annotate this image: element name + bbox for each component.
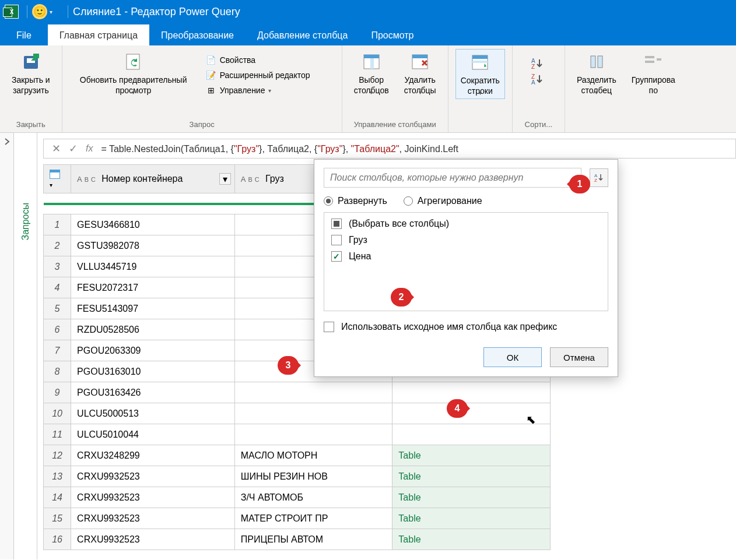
sort-desc-button[interactable]: ZA bbox=[530, 73, 546, 87]
ribbon-tabs: File Главная страница Преобразование Доб… bbox=[0, 23, 736, 45]
manage-button[interactable]: ⊞ Управление ▾ bbox=[204, 84, 313, 97]
remove-columns-icon bbox=[409, 51, 430, 72]
fx-icon[interactable]: fx bbox=[86, 143, 93, 154]
table-row: 12CRXU3248299МАСЛО МОТОРНTable bbox=[44, 445, 551, 466]
cargo-checkbox-row[interactable]: Груз bbox=[331, 235, 601, 245]
queries-label: Запросы bbox=[20, 203, 31, 241]
addcolumn-tab[interactable]: Добавление столбца bbox=[246, 24, 359, 45]
ribbon: Закрыть и загрузить Закрыть Обновить пре… bbox=[0, 45, 736, 133]
split-column-label: Разделить столбец bbox=[577, 75, 616, 96]
group-by-button[interactable]: Группирова по bbox=[627, 49, 680, 98]
svg-rect-19 bbox=[657, 58, 661, 61]
properties-icon: 📄 bbox=[206, 55, 216, 65]
price-checkbox-row[interactable]: Цена bbox=[331, 251, 601, 262]
qat-divider-2 bbox=[68, 5, 68, 18]
smiley-icon[interactable]: 🙂 bbox=[32, 4, 47, 19]
formula-text[interactable]: = Table.NestedJoin(Таблица1, {"Груз"}, Т… bbox=[101, 143, 727, 154]
advanced-editor-button[interactable]: 📝 Расширенный редактор bbox=[204, 69, 313, 82]
transform-tab[interactable]: Преобразование bbox=[149, 24, 246, 45]
cargo-checkbox[interactable] bbox=[331, 235, 342, 245]
table-row: 13CRXU9932523ШИНЫ РЕЗИН НОВTable bbox=[44, 466, 551, 487]
close-load-icon bbox=[20, 51, 41, 72]
window-title: Слияние1 - Редактор Power Query bbox=[73, 6, 240, 18]
cursor-icon: ⬉ bbox=[526, 413, 536, 427]
svg-rect-18 bbox=[645, 61, 654, 63]
svg-text:A: A bbox=[531, 79, 535, 86]
svg-rect-10 bbox=[472, 61, 488, 63]
formula-accept-icon[interactable]: ✓ bbox=[69, 142, 78, 155]
col-container-label: Номер контейнера bbox=[101, 174, 183, 184]
rownum-header[interactable]: ▾ bbox=[44, 165, 71, 193]
callout-2: 2 bbox=[391, 288, 412, 307]
table-row: 11ULCU5010044 bbox=[44, 424, 551, 445]
manage-icon: ⊞ bbox=[206, 85, 216, 96]
column-filter-dropdown[interactable]: ▾ bbox=[219, 173, 231, 185]
properties-button[interactable]: 📄 Свойства bbox=[204, 54, 313, 66]
table-type-icon bbox=[50, 170, 60, 179]
table-row: 15CRXU9932523МАТЕР СТРОИТ ПРTable bbox=[44, 508, 551, 529]
remove-columns-label: Удалить столбцы bbox=[404, 75, 436, 96]
callout-3: 3 bbox=[278, 356, 299, 375]
choose-columns-label: Выбор столбцов bbox=[354, 75, 389, 96]
svg-text:Z: Z bbox=[531, 64, 535, 70]
search-columns-input[interactable] bbox=[324, 168, 581, 188]
svg-rect-7 bbox=[412, 55, 427, 58]
manage-label: Управление bbox=[220, 86, 265, 95]
columns-list: (Выбрать все столбцы) Груз Цена bbox=[324, 212, 608, 311]
expand-radio[interactable]: Развернуть bbox=[324, 196, 387, 206]
svg-rect-4 bbox=[364, 55, 379, 58]
excel-icon: X bbox=[5, 5, 19, 19]
refresh-preview-button[interactable]: Обновить предварительный просмотр bbox=[69, 49, 198, 98]
column-header-container[interactable]: ABC Номер контейнера ▾ bbox=[71, 165, 235, 193]
svg-rect-2 bbox=[127, 54, 139, 69]
home-tab[interactable]: Главная страница bbox=[48, 24, 149, 45]
view-tab[interactable]: Просмотр bbox=[359, 24, 425, 45]
group-by-label: Группирова по bbox=[632, 75, 675, 96]
abc-type-icon-2: ABC bbox=[241, 175, 260, 184]
queries-sidebar[interactable]: Запросы bbox=[14, 133, 37, 559]
sidebar-collapse-handle[interactable] bbox=[0, 133, 14, 559]
close-and-load-button[interactable]: Закрыть и загрузить bbox=[7, 49, 55, 98]
prefix-checkbox-row[interactable]: Использовать исходное имя столбца как пр… bbox=[324, 322, 608, 332]
close-group: Закрыть и загрузить Закрыть bbox=[0, 45, 62, 132]
qat-customize-arrow[interactable]: ▾ bbox=[50, 9, 52, 15]
col-cargo-label: Груз bbox=[265, 174, 284, 184]
aggregate-radio[interactable]: Агрегирование bbox=[404, 196, 482, 206]
choose-columns-icon bbox=[361, 51, 382, 72]
table-row: 9PGOU3163426 bbox=[44, 382, 551, 403]
transform-group: Разделить столбец Группирова по bbox=[565, 45, 687, 132]
ok-button[interactable]: ОК bbox=[483, 347, 542, 367]
file-tab[interactable]: File bbox=[0, 24, 48, 45]
columns-group-label: Управление столбцами bbox=[349, 120, 441, 131]
split-column-button[interactable]: Разделить столбец bbox=[572, 49, 621, 98]
callout-1: 1 bbox=[569, 175, 590, 193]
qat-divider bbox=[27, 5, 27, 18]
table-row: 16CRXU9932523ПРИЦЕПЫ АВТОМTable bbox=[44, 529, 551, 550]
properties-label: Свойства bbox=[220, 55, 255, 65]
sort-columns-button[interactable]: AZ bbox=[590, 168, 608, 187]
svg-rect-5 bbox=[370, 58, 374, 69]
price-checkbox[interactable] bbox=[331, 251, 342, 262]
reduce-rows-button[interactable]: Сократить строки bbox=[455, 49, 505, 99]
close-load-label: Закрыть и загрузить bbox=[12, 75, 50, 96]
query-group: Обновить предварительный просмотр 📄 Свой… bbox=[62, 45, 342, 132]
reduce-rows-icon bbox=[469, 52, 490, 73]
choose-columns-button[interactable]: Выбор столбцов bbox=[349, 49, 394, 98]
columns-group: Выбор столбцов Удалить столбцы Управлени… bbox=[342, 45, 448, 132]
select-all-checkbox[interactable] bbox=[331, 219, 342, 229]
table-row: 14CRXU9932523З/Ч АВТОМОБTable bbox=[44, 487, 551, 508]
svg-rect-16 bbox=[598, 56, 602, 68]
abc-type-icon: ABC bbox=[77, 175, 96, 184]
remove-columns-button[interactable]: Удалить столбцы bbox=[399, 49, 441, 98]
svg-text:Z: Z bbox=[594, 178, 597, 183]
svg-rect-9 bbox=[472, 55, 488, 59]
callout-4: 4 bbox=[447, 399, 468, 418]
cancel-button[interactable]: Отмена bbox=[550, 347, 608, 367]
svg-rect-15 bbox=[591, 56, 595, 68]
adv-editor-label: Расширенный редактор bbox=[220, 71, 310, 80]
select-all-checkbox-row[interactable]: (Выбрать все столбцы) bbox=[331, 219, 601, 229]
sort-asc-button[interactable]: AZ bbox=[530, 57, 546, 72]
formula-cancel-icon[interactable]: ✕ bbox=[52, 142, 61, 155]
svg-rect-17 bbox=[645, 56, 654, 58]
prefix-checkbox[interactable] bbox=[324, 322, 334, 332]
